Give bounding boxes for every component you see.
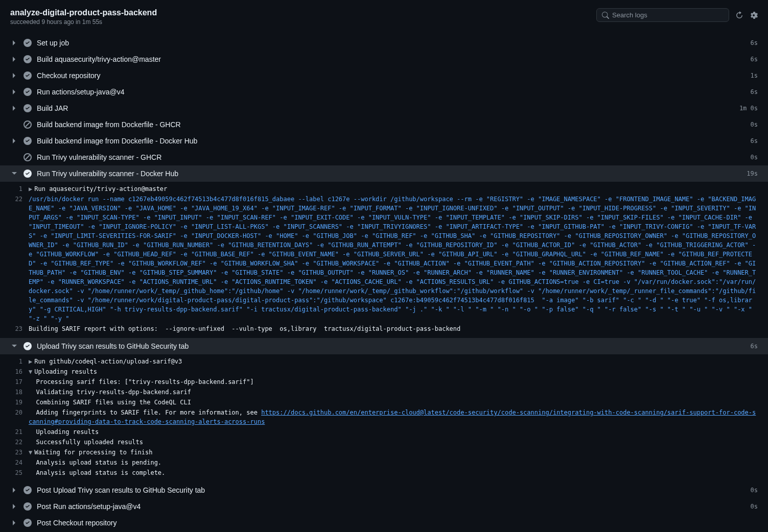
step-trivy-dockerhub[interactable]: Run Trivy vulnerability scanner - Docker… [0,165,768,182]
log-line[interactable]: 23▼Waiting for processing to finish [0,447,768,457]
chevron-right-icon [10,56,18,62]
chevron-right-icon [10,105,18,111]
log-line[interactable]: 17 Processing sarif files: ["trivy-resul… [0,377,768,387]
rerun-icon[interactable] [735,11,743,19]
step-post-upload[interactable]: Post Upload Trivy scan results to GitHub… [0,482,768,498]
check-circle-icon [24,88,32,96]
step-post-checkout[interactable]: Post Checkout repository [0,515,768,531]
check-circle-icon [24,55,32,63]
search-box[interactable] [596,8,729,22]
trivy-log: 1▶Run aquasecurity/trivy-action@master 2… [0,182,768,338]
log-line[interactable]: 16▼Uploading results [0,367,768,377]
chevron-down-icon [10,344,18,348]
check-circle-icon [24,137,32,145]
chevron-right-icon [10,503,18,510]
check-circle-icon [24,486,32,494]
step-upload-sarif[interactable]: Upload Trivy scan results to GitHub Secu… [0,338,768,354]
log-line[interactable]: 22 Successfully uploaded results [0,437,768,447]
step-build-trivy[interactable]: Build aquasecurity/trivy-action@master 6… [0,51,768,67]
log-line[interactable]: 21 Uploading results [0,427,768,437]
chevron-right-icon [10,89,18,95]
job-subtitle: succeeded 9 hours ago in 1m 55s [10,18,157,26]
step-setup-java[interactable]: Run actions/setup-java@v4 6s [0,84,768,100]
chevron-right-icon [10,40,18,46]
step-build-dockerhub[interactable]: Build backend image from Dockerfile - Do… [0,133,768,149]
check-circle-icon [24,170,32,178]
gear-icon[interactable] [750,11,758,19]
upload-log: 1▶Run github/codeql-action/upload-sarif@… [0,354,768,482]
log-line[interactable]: 20 Adding fingerprints to SARIF file. Fo… [0,407,768,427]
log-line[interactable]: 24 Analysis upload status is pending. [0,457,768,468]
search-input[interactable] [612,11,724,19]
log-line[interactable]: 1▶Run github/codeql-action/upload-sarif@… [0,356,768,367]
header-actions [596,8,758,22]
svg-line-9 [26,155,30,159]
svg-line-6 [26,123,30,127]
step-post-java[interactable]: Post Run actions/setup-java@v4 0s [0,498,768,515]
search-icon [602,12,609,19]
log-line[interactable]: 25 Analysis upload status is complete. [0,468,768,478]
step-build-jar[interactable]: Build JAR 1m 0s [0,100,768,116]
check-circle-icon [24,39,32,47]
step-build-ghcr[interactable]: Build backend image from Dockerfile - GH… [0,116,768,133]
job-title: analyze-digital-product-pass-backend [10,8,157,17]
log-line[interactable]: 23Building SARIF report with options: --… [0,324,768,334]
chevron-right-icon [10,520,18,526]
check-circle-icon [24,342,32,350]
log-line[interactable]: 19 Combining SARIF files using the CodeQ… [0,397,768,407]
steps-list: Set up job 6s Build aquasecurity/trivy-a… [0,35,768,531]
log-line[interactable]: 22/usr/bin/docker run --name c1267eb4905… [0,194,768,324]
step-checkout[interactable]: Checkout repository 1s [0,67,768,84]
title-block: analyze-digital-product-pass-backend suc… [10,8,157,26]
step-setup-job[interactable]: Set up job 6s [0,35,768,51]
chevron-right-icon [10,72,18,79]
chevron-right-icon [10,138,18,144]
check-circle-icon [24,104,32,112]
chevron-down-icon [10,172,18,176]
check-circle-icon [24,502,32,511]
check-circle-icon [24,519,32,527]
skip-icon [24,120,32,129]
log-line[interactable]: 1▶Run aquasecurity/trivy-action@master [0,184,768,194]
chevron-right-icon [10,487,18,493]
log-line[interactable]: 18 Validating trivy-results-dpp-backend.… [0,387,768,397]
log-header: analyze-digital-product-pass-backend suc… [0,0,768,30]
skip-icon [24,153,32,161]
step-trivy-ghcr[interactable]: Run Trivy vulnerability scanner - GHCR 0… [0,149,768,165]
check-circle-icon [24,71,32,80]
